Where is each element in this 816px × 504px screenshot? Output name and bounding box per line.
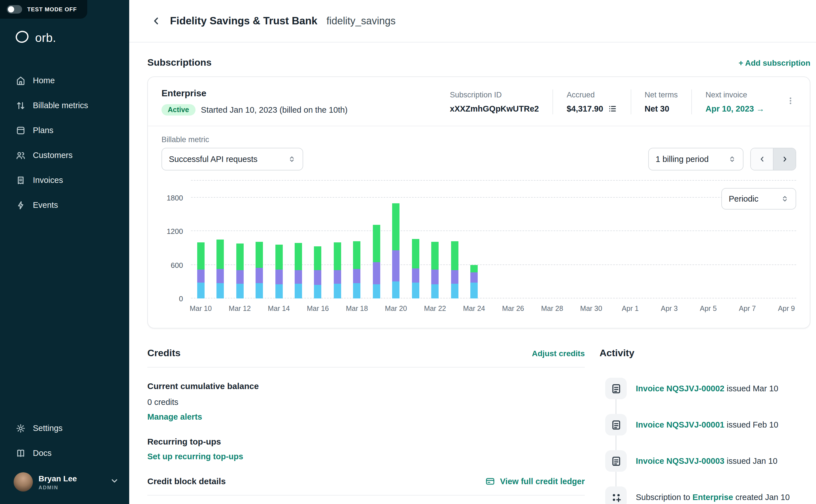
segment-green xyxy=(373,225,380,262)
setup-topups-link[interactable]: Set up recurring top-ups xyxy=(147,452,243,461)
invoice-icon xyxy=(605,378,627,399)
user-menu[interactable]: Bryan Lee ADMIN xyxy=(0,465,129,499)
segment-blue xyxy=(295,284,302,299)
cumulative-balance-label: Current cumulative balance xyxy=(147,381,585,391)
settings-icon xyxy=(16,423,25,433)
activity-title: Activity xyxy=(600,348,634,358)
invoice-link[interactable]: Invoice NQSJVJ-00003 xyxy=(636,456,725,465)
segment-purple xyxy=(314,270,321,285)
view-credit-ledger-link[interactable]: View full credit ledger xyxy=(486,477,585,486)
bar-mar-13[interactable] xyxy=(255,242,263,298)
user-meta: Bryan Lee ADMIN xyxy=(39,474,77,490)
bar-mar-15[interactable] xyxy=(295,243,302,298)
bar-mar-10[interactable] xyxy=(197,242,204,298)
plan-name: Enterprise xyxy=(161,88,436,99)
activity-item: Invoice NQSJVJ-00003 issued Jan 10 xyxy=(605,443,810,479)
segment-blue xyxy=(412,283,419,298)
bar-mar-14[interactable] xyxy=(275,245,282,298)
segment-purple xyxy=(275,269,282,284)
sidebar-item-settings[interactable]: Settings xyxy=(0,416,129,441)
sidebar-item-plans[interactable]: Plans xyxy=(0,118,129,143)
sidebar-item-home[interactable]: Home xyxy=(0,68,129,93)
x-tick-label: Mar 22 xyxy=(424,305,446,313)
bar-mar-19[interactable] xyxy=(373,225,380,298)
sidebar-item-billable-metrics[interactable]: Billable metrics xyxy=(0,93,129,118)
sidebar-item-customers[interactable]: Customers xyxy=(0,143,129,168)
subscription-card-header: Enterprise Active Started Jan 10, 2023 (… xyxy=(148,77,810,126)
segment-purple xyxy=(216,269,224,283)
segment-blue xyxy=(255,283,263,298)
bar-mar-12[interactable] xyxy=(236,244,243,298)
chevron-right-icon xyxy=(781,155,789,163)
orb-logo-icon xyxy=(15,29,29,46)
chevron-left-icon xyxy=(758,155,766,163)
bar-mar-21[interactable] xyxy=(412,239,419,298)
list-icon[interactable] xyxy=(608,104,617,113)
granularity-select[interactable]: Periodic xyxy=(721,188,796,210)
bar-mar-16[interactable] xyxy=(314,246,321,298)
billable-metric-control: Billable metric Successful API requests xyxy=(161,135,303,170)
invoice-link[interactable]: Invoice NQSJVJ-00002 xyxy=(636,384,725,393)
bar-mar-23[interactable] xyxy=(451,241,458,298)
segment-green xyxy=(216,240,224,269)
chevron-updown-icon xyxy=(728,155,736,163)
bar-mar-20[interactable] xyxy=(392,203,399,298)
metric-select[interactable]: Successful API requests xyxy=(161,148,303,170)
adjust-credits-button[interactable]: Adjust credits xyxy=(532,349,585,358)
bar-mar-22[interactable] xyxy=(431,242,439,298)
metrics-icon xyxy=(16,101,25,110)
activity-item: Subscription to Enterprise created Jan 1… xyxy=(605,479,810,504)
segment-green xyxy=(236,244,243,270)
test-mode-toggle[interactable] xyxy=(7,5,22,14)
credit-blocks-table-header: BLOCK ID EFFECTIVE D… EXPIRY DATE CURREN… xyxy=(147,495,585,504)
sidebar-item-label: Plans xyxy=(33,126,54,135)
sidebar-item-docs[interactable]: Docs xyxy=(0,441,129,465)
segment-green xyxy=(197,242,204,269)
billing-period-select[interactable]: 1 billing period xyxy=(648,148,743,170)
segment-blue xyxy=(334,284,341,299)
previous-period-button[interactable] xyxy=(751,148,774,170)
bar-mar-24[interactable] xyxy=(470,265,478,298)
segment-green xyxy=(295,243,302,270)
next-invoice-link[interactable]: Apr 10, 2023 → xyxy=(706,104,764,113)
segment-green xyxy=(255,242,263,268)
billable-metric-label: Billable metric xyxy=(161,135,303,144)
sidebar-item-label: Docs xyxy=(33,449,52,458)
sidebar-item-events[interactable]: Events xyxy=(0,193,129,217)
bar-mar-11[interactable] xyxy=(216,240,224,298)
chevron-left-icon xyxy=(152,16,161,25)
bar-mar-17[interactable] xyxy=(334,242,341,298)
subscriptions-title: Subscriptions xyxy=(147,57,212,69)
kebab-menu-icon[interactable] xyxy=(785,94,796,110)
sidebar-item-invoices[interactable]: Invoices xyxy=(0,168,129,193)
manage-alerts-link[interactable]: Manage alerts xyxy=(147,412,202,421)
x-tick-label: Mar 16 xyxy=(307,305,329,313)
plan-link[interactable]: Enterprise xyxy=(693,493,733,502)
bar-mar-18[interactable] xyxy=(353,241,361,298)
back-button[interactable] xyxy=(152,16,161,25)
docs-icon xyxy=(16,448,25,458)
segment-green xyxy=(412,239,419,268)
chevron-down-icon[interactable] xyxy=(110,476,119,488)
events-icon xyxy=(16,200,25,210)
next-period-button[interactable] xyxy=(774,148,796,170)
y-tick-label: 1800 xyxy=(167,193,183,202)
cumulative-balance-value: 0 credits xyxy=(147,398,585,407)
chevron-updown-icon xyxy=(781,195,789,203)
segment-purple xyxy=(197,269,204,283)
chevron-updown-icon xyxy=(288,155,296,163)
started-text: Started Jan 10, 2023 (billed on the 10th… xyxy=(201,105,348,114)
invoice-link[interactable]: Invoice NQSJVJ-00001 xyxy=(636,420,725,429)
chart-y-axis: 060012001800 xyxy=(161,181,191,298)
sidebar-item-label: Invoices xyxy=(33,176,63,185)
activity-section: Activity Invoice NQSJVJ-00002 issued Mar… xyxy=(600,348,810,504)
plan-summary: Enterprise Active Started Jan 10, 2023 (… xyxy=(161,88,436,116)
segment-blue xyxy=(353,283,361,298)
sidebar-item-label: Customers xyxy=(33,151,73,160)
sidebar-nav: Home Billable metrics Plans Customers In… xyxy=(0,68,129,217)
stat-subscription-id: Subscription ID xXXZmhGQpKwUTRe2 xyxy=(436,89,553,114)
home-icon xyxy=(16,76,25,85)
invoice-icon xyxy=(605,414,627,435)
add-subscription-button[interactable]: + Add subscription xyxy=(739,58,810,67)
x-tick-label: Mar 26 xyxy=(502,305,524,313)
